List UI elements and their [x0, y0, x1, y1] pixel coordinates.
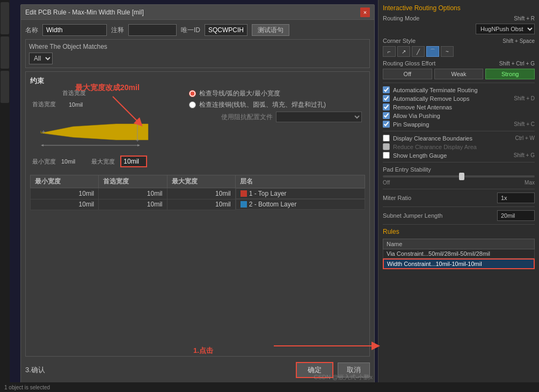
checkbox-length-gauge-label: Show Length Gauge [393, 152, 447, 159]
divider-1 [383, 83, 535, 83]
max-label: 最大宽度 [91, 158, 115, 166]
corner-btn-1[interactable]: ⌐ [383, 46, 396, 57]
rules-row-2[interactable]: Width Constraint...10mil-10mil-10mil [383, 258, 535, 269]
divider-6 [383, 224, 535, 225]
left-sidebar [0, 0, 10, 392]
impedance-dropdown[interactable] [276, 112, 362, 122]
pad-stability-label: Pad Entry Stability [383, 166, 431, 173]
test-btn[interactable]: 测试语句 [252, 24, 289, 36]
corner-btn-2[interactable]: ↗ [397, 46, 410, 57]
col-min: 最小宽度 [31, 175, 99, 188]
name-input[interactable] [42, 24, 107, 36]
table-section: 最小宽度 首选宽度 最大宽度 层名 10mil 10mil 10mil [30, 175, 365, 352]
checkbox-pin-swapping-input[interactable] [383, 121, 390, 128]
dialog-title: Edit PCB Rule - Max-Min Width Rule [mil] [25, 9, 144, 16]
use-file-row: 使用阻抗配置文件 [221, 112, 362, 122]
col-layer: 层名 [235, 175, 365, 188]
routing-mode-dropdown[interactable]: HugNPush Obst [476, 24, 535, 34]
row1-pref: 10mil [99, 188, 167, 199]
radio-item-2: 检查连接铜(线轨、圆弧、填充、焊盘和过孔) [189, 100, 362, 109]
pref-width-header: 首选宽度 [62, 89, 86, 97]
rules-row-1[interactable]: Via Constraint...50mil/28mil-50mil/28mil [383, 249, 535, 258]
right-panel: Interactive Routing Options Routing Mode… [378, 0, 539, 392]
checkbox-remove-loops-input[interactable] [383, 95, 390, 102]
row1-layer-name: 1 - Top Layer [249, 190, 287, 197]
checkbox-terminate-input[interactable] [383, 86, 390, 93]
subnet-jumper-row: Subnet Jumper Length [383, 210, 535, 221]
table-row[interactable]: 10mil 10mil 10mil 2 - Bottom Layer [31, 199, 365, 210]
dialog-titlebar: Edit PCB Rule - Max-Min Width Rule [mil]… [21, 5, 374, 20]
checkbox-clearance-input[interactable] [383, 135, 390, 142]
checkbox-net-antennas-input[interactable] [383, 103, 390, 110]
comment-input[interactable] [128, 24, 177, 36]
col-max: 最大宽度 [167, 175, 235, 188]
corner-btn-4[interactable]: ⌒ [426, 46, 439, 57]
row2-pref: 10mil [99, 199, 167, 210]
pref-value-row: 10mil [69, 101, 83, 108]
checkbox-pin-swapping-shortcut: Shift + C [514, 121, 535, 127]
table-row[interactable]: 10mil 10mil 10mil 1 - Top Layer [31, 188, 365, 199]
status-text: 1 object is selected [4, 384, 50, 390]
row1-min: 10mil [31, 188, 99, 199]
corner-style-label: Corner Style [383, 38, 416, 44]
corner-btn-3[interactable]: ╱ [412, 46, 425, 57]
confirm-label: 3.确认 [25, 365, 45, 375]
cancel-button[interactable]: 取消 [338, 363, 370, 378]
checkbox-via-pushing-label: Allow Via Pushing [393, 113, 440, 119]
corner-style-shortcut: Shift + Space [502, 38, 535, 44]
corner-style-row: Corner Style Shift + Space [383, 38, 535, 44]
slider-labels: Off Max [383, 180, 535, 186]
divider-5 [383, 206, 535, 207]
rules-header: Name [383, 239, 535, 249]
all-dropdown[interactable]: All [29, 53, 53, 64]
row2-max: 10mil [167, 199, 235, 210]
comment-label: 注释 [111, 26, 124, 35]
radio-copper[interactable] [189, 101, 196, 108]
sidebar-tool-1[interactable] [1, 2, 9, 34]
radio-copper-label: 检查连接铜(线轨、圆弧、填充、焊盘和过孔) [199, 100, 326, 109]
checkbox-via-pushing-input[interactable] [383, 112, 390, 119]
panel-title: Interactive Routing Options [383, 4, 535, 12]
checkbox-net-antennas-label: Remove Net Antennas [393, 104, 452, 110]
sidebar-tool-3[interactable] [1, 71, 9, 103]
subnet-jumper-input[interactable] [497, 210, 535, 221]
gloss-effort-row: Routing Gloss Effort Shift + Ctrl + G [383, 60, 535, 66]
gloss-shortcut: Shift + Ctrl + G [499, 61, 535, 66]
slider-thumb[interactable] [459, 173, 464, 180]
checkbox-terminate-label: Automatically Terminate Routing [393, 87, 478, 93]
corner-btn-5[interactable]: ~ [441, 46, 454, 57]
sidebar-tool-2[interactable] [1, 36, 9, 69]
gloss-strong-btn[interactable]: Strong [485, 69, 535, 79]
row1-max: 10mil [167, 188, 235, 199]
checkbox-pin-swapping: Pin Swapping Shift + C [383, 121, 535, 128]
dialog-body: 名称 注释 唯一ID 测试语句 Where The Object Matches… [21, 20, 374, 384]
rules-title: Rules [383, 228, 535, 235]
min-value: 10mil [61, 158, 75, 165]
svg-marker-8 [137, 144, 140, 146]
dialog-close-button[interactable]: × [360, 8, 370, 17]
uid-label: 唯一ID [181, 26, 200, 35]
miter-ratio-input[interactable] [497, 193, 535, 203]
rules-section: Rules Name Via Constraint...50mil/28mil-… [383, 228, 535, 269]
top-row: 名称 注释 唯一ID 测试语句 [25, 24, 370, 36]
checkbox-reduce-input[interactable] [383, 143, 390, 150]
min-label: 最小宽度 [32, 158, 56, 166]
radio-arc[interactable] [189, 90, 196, 97]
checkbox-pin-swapping-label: Pin Swapping [393, 121, 429, 128]
pad-stability-section: Pad Entry Stability Off Max [383, 166, 535, 186]
routing-mode-row: Routing Mode Shift + R [383, 15, 535, 21]
confirm-button[interactable]: 确定 [296, 362, 333, 378]
gloss-buttons-row: Off Weak Strong [383, 69, 535, 79]
gloss-weak-btn[interactable]: Weak [434, 69, 484, 79]
routing-mode-shortcut: Shift + R [514, 16, 535, 21]
gloss-off-btn[interactable]: Off [383, 69, 432, 79]
radio-section: 检查导线/弧的最大/最小宽度 检查连接铜(线轨、圆弧、填充、焊盘和过孔) 使用阻… [189, 89, 362, 122]
gloss-label: Routing Gloss Effort [383, 60, 435, 66]
uid-input[interactable] [205, 24, 247, 36]
checkbox-clearance: Display Clearance Boundaries Ctrl + W [383, 135, 535, 142]
checkbox-net-antennas: Remove Net Antennas [383, 103, 535, 110]
checkbox-clearance-label: Display Clearance Boundaries [393, 135, 472, 142]
checkbox-remove-loops-label: Automatically Remove Loops [393, 95, 469, 102]
checkbox-length-gauge-input[interactable] [383, 152, 390, 159]
max-width-input[interactable] [120, 156, 147, 167]
